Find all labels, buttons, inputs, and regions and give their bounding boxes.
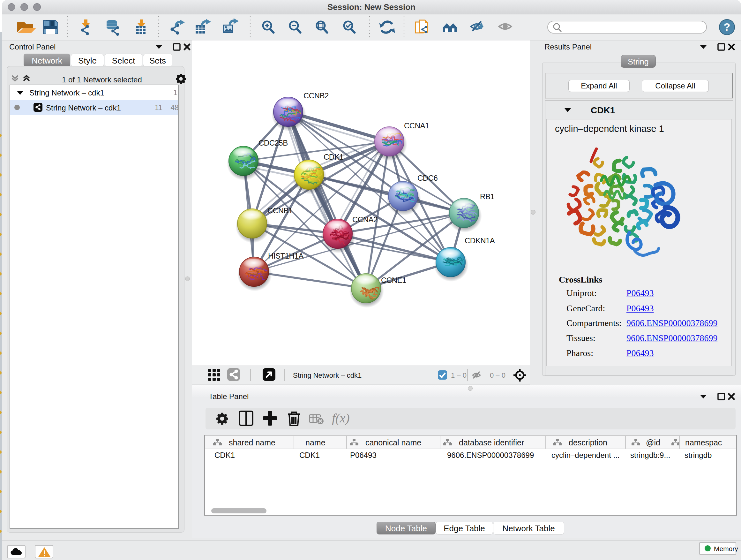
svg-text:HIST1H1A: HIST1H1A [268, 252, 304, 260]
svg-text:CCNB2: CCNB2 [304, 91, 329, 100]
svg-text:f(x): f(x) [332, 411, 350, 425]
svg-text:?: ? [724, 21, 731, 33]
svg-text:CDKN1A: CDKN1A [465, 236, 495, 245]
svg-text:1 – 0: 1 – 0 [451, 371, 467, 379]
svg-text:CDC25B: CDC25B [259, 138, 288, 147]
svg-text:CDC6: CDC6 [417, 174, 437, 182]
svg-text:CDK1: CDK1 [324, 152, 343, 161]
svg-text:CCNA2: CCNA2 [352, 215, 378, 224]
svg-text:CCNB1: CCNB1 [267, 206, 293, 215]
svg-text:CCNA1: CCNA1 [404, 121, 429, 130]
svg-text:CCNE1: CCNE1 [381, 276, 406, 285]
svg-text:0 – 0: 0 – 0 [490, 371, 506, 379]
svg-text:RB1: RB1 [480, 192, 494, 201]
svg-text:String Network – cdk1: String Network – cdk1 [293, 371, 361, 379]
